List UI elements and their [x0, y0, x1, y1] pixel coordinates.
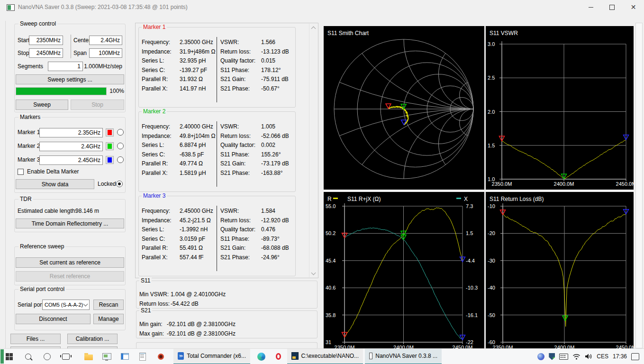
- serial-port-title: Serial port control: [18, 286, 66, 293]
- cable-length-label: Estimated cable length:: [18, 206, 77, 216]
- clock[interactable]: 17:36: [613, 353, 627, 360]
- speaker-icon[interactable]: [585, 353, 592, 360]
- total-commander-label: Total Commander (x6...: [187, 353, 246, 359]
- reset-reference-button[interactable]: Reset reference: [16, 271, 124, 282]
- maximize-button[interactable]: [601, 0, 623, 14]
- marker-info-row: VSWR:1.584: [220, 207, 293, 216]
- notification-center-icon[interactable]: [631, 353, 639, 360]
- svg-text:-20: -20: [488, 230, 495, 236]
- blue-window-icon: [121, 353, 129, 360]
- manage-button[interactable]: Manage: [93, 314, 124, 324]
- sweep-divider: [71, 35, 71, 58]
- svg-text:-10.3: -10.3: [466, 285, 478, 291]
- set-reference-button[interactable]: Set current as reference: [16, 257, 124, 268]
- language-indicator[interactable]: CES: [597, 353, 608, 360]
- pinned-app-button[interactable]: [154, 349, 168, 364]
- svg-text:50.2: 50.2: [326, 230, 336, 236]
- marker-info-row: Series L:6.8874 pH: [142, 141, 216, 150]
- taskbar-total-commander[interactable]: ≫ Total Commander (x6...: [173, 349, 250, 364]
- s11-return-loss-chart[interactable]: -10-20-30-40-50-602350.0M2400.0M2450.0MS…: [486, 192, 634, 348]
- scroll-down-icon[interactable]: [309, 269, 317, 277]
- marker1-radio[interactable]: [117, 129, 124, 136]
- svg-text:S11 R+jX (Ω): S11 R+jX (Ω): [347, 196, 381, 202]
- marker2-input[interactable]: [39, 142, 103, 151]
- opera-button[interactable]: [271, 349, 285, 364]
- task-view-button[interactable]: [59, 349, 73, 364]
- marker-info-scrollbar[interactable]: [309, 24, 317, 277]
- marker2-info-left-col: Frequency:2.40000 GHzImpedance:49.8+j104…: [142, 122, 216, 178]
- marker1-info-right-col: VSWR:1.566Return loss:-13.123 dBQuality …: [220, 38, 293, 93]
- s11-vswr-chart[interactable]: 3.02.52.01.51.02350.0M2400.0M2450.0MS11 …: [486, 26, 634, 190]
- sweep-button[interactable]: Sweep: [16, 100, 68, 110]
- red-ring-icon: [158, 354, 164, 360]
- center-input[interactable]: [89, 36, 122, 45]
- marker-info-row: Frequency:2.40000 GHz: [142, 122, 216, 132]
- marker-info-row: Parallel R:49.774 Ω: [142, 159, 216, 169]
- console-label: C:\executable\NANO...: [301, 353, 359, 359]
- s11-rjx-chart[interactable]: 55.07.350.21.545.4-4.440.6-10.335.8-16.1…: [324, 192, 484, 348]
- control-panel-button[interactable]: [118, 349, 132, 364]
- taskbar-console[interactable]: C:\executable\NANO...: [287, 349, 363, 364]
- locked-label: Locked: [98, 179, 116, 189]
- taskbar-nanovna[interactable]: NanoVNA Saver 0.3.8 ...: [365, 349, 442, 364]
- locked-radio[interactable]: [116, 181, 123, 187]
- s11-smith-chart[interactable]: S11 Smith Chart: [324, 26, 484, 190]
- s21-summary-title: S21: [139, 307, 152, 314]
- system-tray: CES 17:36: [537, 353, 644, 360]
- marker-info-row: S21 Phase:-24.96°: [220, 253, 293, 263]
- tray-sphere-icon[interactable]: [537, 353, 544, 360]
- reference-sweep-group: Reference sweep Set current as reference…: [14, 246, 126, 285]
- sweep-settings-button[interactable]: Sweep settings ...: [16, 74, 124, 84]
- svg-text:2450.0M: 2450.0M: [453, 345, 473, 348]
- marker3-color-button[interactable]: [106, 156, 114, 164]
- svg-text:S11 Return Loss (dB): S11 Return Loss (dB): [490, 196, 544, 202]
- serial-port-select[interactable]: COM5 (S-A-A-2): [42, 300, 90, 310]
- s21-summary-box: S21 Min gain:-92.101 dB @ 2.38100GHzMax …: [136, 310, 317, 338]
- marker3-radio[interactable]: [117, 156, 124, 163]
- marker2-info-box: Marker 2 Frequency:2.40000 GHzImpedance:…: [138, 111, 296, 192]
- svg-text:55.0: 55.0: [326, 203, 336, 209]
- close-button[interactable]: ✕: [623, 0, 644, 14]
- disconnect-button[interactable]: Disconnect: [16, 314, 91, 324]
- stop-input[interactable]: [29, 48, 63, 58]
- edge-button[interactable]: [254, 349, 268, 364]
- security-shield-icon[interactable]: [549, 353, 555, 360]
- files-button[interactable]: Files ...: [10, 334, 61, 344]
- marker1-color-button[interactable]: [106, 128, 114, 136]
- file-explorer-button[interactable]: [82, 349, 96, 364]
- wifi-icon[interactable]: [572, 354, 581, 360]
- start-input[interactable]: [29, 36, 63, 45]
- segments-input[interactable]: [48, 62, 83, 71]
- search-button[interactable]: [21, 349, 35, 364]
- rescan-button[interactable]: Rescan: [93, 300, 124, 310]
- delta-marker-checkbox[interactable]: [18, 169, 24, 175]
- marker2-radio[interactable]: [117, 143, 124, 149]
- svg-text:40.6: 40.6: [326, 285, 336, 291]
- show-data-button[interactable]: Show data: [16, 179, 94, 189]
- cortana-button[interactable]: [40, 349, 54, 364]
- marker3-label: Marker 3: [18, 155, 40, 164]
- stop-button[interactable]: Stop: [71, 100, 124, 110]
- close-icon: ✕: [631, 4, 636, 10]
- marker-info-row: Frequency:2.45000 GHz: [142, 207, 216, 216]
- start-button[interactable]: [2, 349, 16, 364]
- s11-summary-title: S11: [139, 277, 152, 284]
- keyboard-icon[interactable]: [559, 354, 568, 360]
- minimize-button[interactable]: [580, 0, 601, 14]
- marker2-color-button[interactable]: [106, 142, 114, 150]
- marker3-input[interactable]: [39, 155, 103, 165]
- marker-info-row: S11 Phase:178.12°: [220, 66, 293, 75]
- scroll-up-icon[interactable]: [309, 24, 317, 32]
- notepad-button[interactable]: [136, 349, 150, 364]
- marker1-input[interactable]: [39, 128, 103, 137]
- tdr-button[interactable]: Time Domain Reflectometry ...: [16, 218, 124, 228]
- svg-text:2350.0M: 2350.0M: [492, 181, 512, 187]
- span-input[interactable]: [89, 48, 122, 58]
- marker-info-row: S21 Phase:-163.88°: [220, 169, 293, 178]
- svg-text:31: 31: [326, 339, 331, 345]
- marker-info-row: S21 Phase:-50.67°: [220, 84, 293, 94]
- display-app-button[interactable]: [100, 349, 114, 364]
- marker-info-row: Frequency:2.35000 GHz: [142, 38, 216, 47]
- charts-right-scrollbar[interactable]: [635, 23, 643, 348]
- calibration-button[interactable]: Calibration ...: [67, 334, 118, 344]
